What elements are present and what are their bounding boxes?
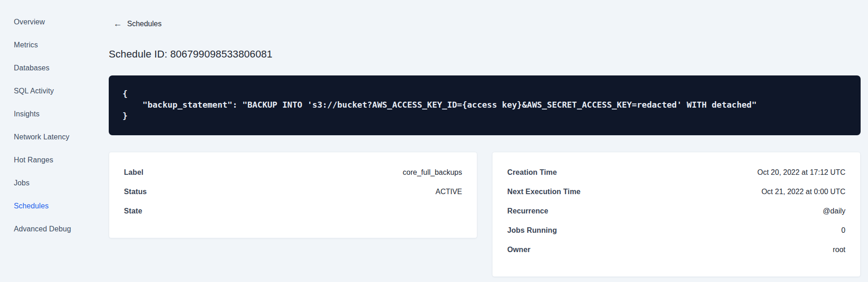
back-to-schedules-link[interactable]: ← Schedules bbox=[113, 19, 162, 28]
sidebar-item-sql-activity[interactable]: SQL Activity bbox=[0, 80, 98, 103]
row-label: Creation Time bbox=[507, 168, 557, 177]
backup-statement-code-block: { "backup_statement": "BACKUP INTO 's3:/… bbox=[109, 75, 861, 135]
row-label: Label bbox=[124, 168, 143, 177]
sidebar-item-overview[interactable]: Overview bbox=[0, 11, 98, 34]
back-arrow-icon: ← bbox=[113, 19, 122, 28]
sidebar-item-databases[interactable]: Databases bbox=[0, 57, 98, 80]
row-label: State bbox=[124, 207, 142, 215]
main-content: ← Schedules Schedule ID: 806799098533806… bbox=[109, 0, 861, 282]
sidebar-item-schedules[interactable]: Schedules bbox=[0, 195, 98, 218]
sidebar-nav: Overview Metrics Databases SQL Activity … bbox=[0, 11, 98, 241]
row-value: root bbox=[833, 246, 845, 254]
page-title: Schedule ID: 806799098533806081 bbox=[109, 48, 272, 60]
code-line: } bbox=[123, 110, 847, 121]
timing-row-next-execution: Next Execution Time Oct 21, 2022 at 0:00… bbox=[507, 182, 845, 201]
sidebar-item-metrics[interactable]: Metrics bbox=[0, 34, 98, 57]
row-value: 0 bbox=[841, 226, 845, 235]
timing-row-owner: Owner root bbox=[507, 240, 845, 259]
code-line: { bbox=[123, 88, 847, 99]
timing-row-recurrence: Recurrence @daily bbox=[507, 201, 845, 221]
sidebar-item-insights[interactable]: Insights bbox=[0, 103, 98, 126]
sidebar-item-hot-ranges[interactable]: Hot Ranges bbox=[0, 149, 98, 172]
row-label: Status bbox=[124, 188, 147, 196]
row-label: Owner bbox=[507, 246, 530, 254]
timing-row-jobs-running: Jobs Running 0 bbox=[507, 221, 845, 240]
row-value: Oct 21, 2022 at 0:00 UTC bbox=[762, 188, 845, 196]
row-value: @daily bbox=[823, 207, 845, 215]
row-label: Jobs Running bbox=[507, 226, 557, 235]
timing-row-creation-time: Creation Time Oct 20, 2022 at 17:12 UTC bbox=[507, 163, 845, 182]
sidebar-item-jobs[interactable]: Jobs bbox=[0, 172, 98, 195]
schedule-timing-card: Creation Time Oct 20, 2022 at 17:12 UTC … bbox=[492, 152, 861, 277]
detail-row-status: Status ACTIVE bbox=[124, 182, 462, 201]
sidebar-item-network-latency[interactable]: Network Latency bbox=[0, 126, 98, 149]
row-label: Next Execution Time bbox=[507, 188, 581, 196]
back-link-label: Schedules bbox=[127, 20, 162, 28]
schedule-details-page: Overview Metrics Databases SQL Activity … bbox=[0, 0, 868, 282]
sidebar-item-advanced-debug[interactable]: Advanced Debug bbox=[0, 218, 98, 241]
row-value: ACTIVE bbox=[435, 188, 462, 196]
code-line: "backup_statement": "BACKUP INTO 's3://b… bbox=[123, 99, 847, 110]
row-value: core_full_backups bbox=[403, 168, 462, 177]
row-value: Oct 20, 2022 at 17:12 UTC bbox=[757, 168, 845, 177]
detail-row-label: Label core_full_backups bbox=[124, 163, 462, 182]
schedule-details-card: Label core_full_backups Status ACTIVE St… bbox=[109, 152, 477, 238]
row-label: Recurrence bbox=[507, 207, 548, 215]
detail-row-state: State bbox=[124, 201, 462, 221]
